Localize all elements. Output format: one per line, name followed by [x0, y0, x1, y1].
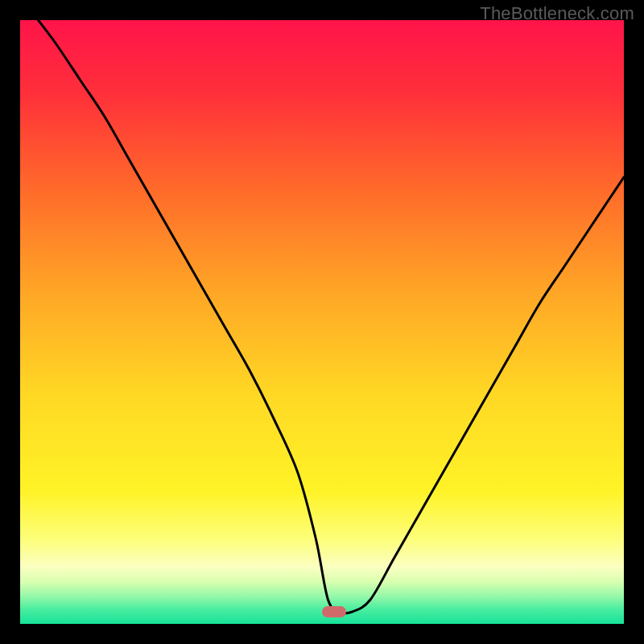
plot-area	[20, 20, 624, 624]
watermark-text: TheBottleneck.com	[480, 3, 634, 24]
gradient-background	[20, 20, 624, 624]
chart-frame: TheBottleneck.com	[0, 0, 644, 644]
plot-svg	[20, 20, 624, 624]
optimal-marker	[322, 606, 346, 617]
